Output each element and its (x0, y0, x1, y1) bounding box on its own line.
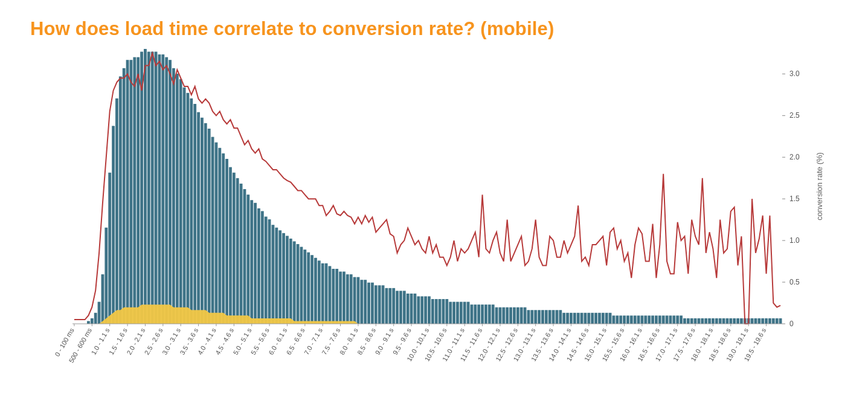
bars-sessions (87, 49, 782, 324)
svg-rect-192 (768, 318, 771, 324)
svg-rect-81 (375, 285, 378, 324)
svg-rect-54 (278, 230, 281, 324)
svg-rect-193 (772, 318, 775, 324)
svg-rect-145 (602, 313, 605, 324)
svg-rect-84 (385, 288, 388, 324)
svg-rect-26 (179, 79, 182, 324)
svg-rect-174 (704, 318, 707, 324)
svg-rect-165 (672, 315, 675, 324)
svg-rect-58 (293, 242, 296, 324)
x-axis: 0 - 100 ms500 - 600 ms1.0 - 1.1 s1.5 - 1… (53, 324, 767, 364)
svg-rect-46 (250, 200, 253, 324)
svg-rect-141 (587, 313, 590, 324)
svg-rect-189 (757, 318, 760, 324)
svg-rect-80 (371, 283, 374, 324)
svg-rect-94 (420, 297, 423, 324)
svg-rect-180 (726, 318, 729, 324)
svg-rect-115 (495, 307, 498, 324)
svg-rect-188 (754, 318, 757, 324)
svg-rect-72 (342, 272, 346, 324)
svg-rect-0 (87, 321, 90, 324)
svg-rect-65 (318, 260, 321, 324)
y-tick-label: 1.5 (789, 195, 800, 203)
svg-rect-172 (698, 318, 701, 324)
svg-rect-114 (492, 304, 495, 324)
svg-rect-167 (680, 315, 683, 324)
svg-rect-104 (456, 302, 459, 324)
svg-rect-23 (169, 60, 172, 324)
svg-rect-143 (594, 313, 597, 324)
svg-rect-76 (357, 277, 360, 324)
svg-rect-110 (477, 304, 480, 324)
svg-rect-195 (779, 318, 782, 324)
svg-rect-163 (666, 315, 669, 324)
svg-rect-34 (208, 129, 211, 324)
svg-rect-18 (151, 52, 154, 324)
svg-rect-177 (715, 318, 718, 324)
svg-rect-78 (364, 280, 367, 324)
svg-rect-59 (297, 244, 300, 324)
svg-rect-68 (329, 266, 332, 324)
svg-rect-17 (147, 52, 150, 324)
svg-rect-11 (126, 60, 129, 324)
svg-rect-123 (524, 307, 527, 324)
svg-rect-44 (243, 189, 246, 324)
svg-rect-5 (104, 228, 108, 324)
svg-rect-181 (729, 318, 732, 324)
svg-rect-178 (719, 318, 722, 324)
y-tick-label: 1.0 (789, 236, 800, 245)
svg-rect-6 (108, 173, 111, 324)
svg-rect-39 (225, 159, 228, 324)
svg-rect-4 (101, 274, 104, 324)
svg-rect-91 (410, 294, 413, 324)
svg-rect-179 (722, 318, 725, 324)
svg-rect-96 (428, 297, 431, 324)
svg-rect-133 (559, 310, 562, 324)
svg-rect-121 (516, 307, 519, 324)
svg-rect-74 (350, 274, 353, 324)
svg-rect-22 (165, 57, 168, 324)
svg-rect-42 (236, 178, 239, 324)
svg-rect-60 (300, 247, 303, 324)
svg-rect-161 (658, 315, 661, 324)
svg-rect-168 (683, 318, 686, 324)
svg-rect-148 (612, 315, 616, 324)
svg-rect-129 (545, 310, 548, 324)
svg-rect-119 (509, 307, 512, 324)
svg-rect-90 (407, 294, 410, 324)
svg-rect-169 (687, 318, 690, 324)
svg-rect-126 (534, 310, 537, 324)
svg-rect-36 (215, 143, 218, 324)
svg-rect-108 (471, 304, 474, 324)
svg-rect-164 (669, 315, 672, 324)
svg-rect-41 (233, 173, 236, 324)
svg-rect-55 (282, 233, 285, 324)
svg-rect-122 (520, 307, 523, 324)
svg-rect-13 (133, 57, 136, 324)
svg-rect-166 (676, 315, 679, 324)
svg-rect-175 (708, 318, 711, 324)
svg-rect-9 (119, 77, 122, 324)
svg-rect-30 (193, 104, 196, 324)
svg-rect-102 (449, 302, 452, 324)
svg-rect-190 (761, 318, 764, 324)
y-tick-label: 0 (789, 320, 794, 328)
y-axis-right-title: conversion rate (%) (815, 152, 824, 220)
svg-rect-61 (303, 249, 306, 324)
svg-rect-111 (481, 304, 484, 324)
y-tick-label: 3.0 (789, 69, 800, 78)
svg-rect-155 (637, 315, 640, 324)
svg-rect-62 (307, 253, 310, 324)
svg-rect-107 (467, 302, 470, 324)
svg-rect-130 (548, 310, 551, 324)
svg-rect-19 (155, 52, 158, 324)
svg-rect-127 (538, 310, 541, 324)
svg-rect-162 (662, 315, 665, 324)
svg-rect-89 (403, 291, 406, 324)
y-tick-label: 2.5 (789, 111, 800, 120)
svg-rect-32 (201, 118, 204, 324)
svg-rect-160 (655, 315, 658, 324)
svg-rect-64 (314, 258, 317, 324)
svg-rect-14 (137, 57, 140, 324)
svg-rect-79 (367, 283, 370, 324)
